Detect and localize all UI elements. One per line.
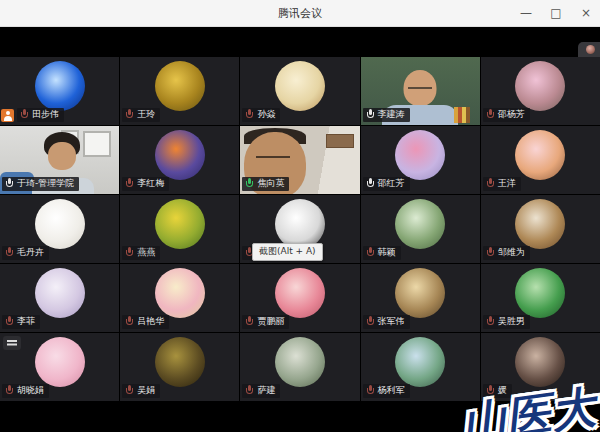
participant-name: 贾鹏丽 (257, 316, 284, 327)
avatar (155, 61, 205, 111)
mic-muted-icon (125, 178, 134, 189)
minimize-icon[interactable]: — (518, 0, 534, 26)
participant-name: 胡晓娟 (17, 385, 44, 396)
participant-tile[interactable]: 杨利军 (361, 333, 480, 401)
participant-tile[interactable]: 张军伟 (361, 264, 480, 332)
close-icon[interactable]: × (578, 0, 594, 26)
tencent-meeting-window: 腾讯会议 — □ × 田步伟 王玲 (0, 0, 600, 432)
mic-muted-icon (125, 247, 134, 258)
overflow-avatar (586, 45, 595, 54)
mic-on-icon (366, 109, 375, 120)
participant-tile[interactable]: 萨建 (240, 333, 359, 401)
participant-tile[interactable]: 毛丹卉 (0, 195, 119, 263)
participant-grid: 田步伟 王玲 孙焱 (0, 57, 600, 401)
avatar (155, 337, 205, 387)
overflow-partial-tile[interactable] (578, 42, 600, 57)
mic-muted-icon (245, 316, 254, 327)
avatar (35, 337, 85, 387)
participant-tile[interactable]: 吴娟 (120, 333, 239, 401)
name-tag: 李建涛 (363, 108, 410, 122)
participant-name: 王玲 (137, 109, 155, 120)
name-tag: 李红梅 (122, 177, 169, 191)
participant-name: 李菲 (17, 316, 35, 327)
avatar (515, 130, 565, 180)
mic-muted-icon (366, 385, 375, 396)
avatar (395, 130, 445, 180)
participant-tile[interactable]: 吴胜男 (481, 264, 600, 332)
screenshot-hotkey-tooltip: 截图(Alt + A) (252, 243, 323, 261)
avatar (275, 61, 325, 111)
participant-tile[interactable]: 吕艳华 (120, 264, 239, 332)
mic-muted-icon (486, 316, 495, 327)
mic-muted-icon (5, 385, 14, 396)
name-tag: 王玲 (122, 108, 160, 122)
maximize-icon[interactable]: □ (548, 0, 564, 26)
mic-muted-icon (125, 316, 134, 327)
name-tag: 胡晓娟 (2, 384, 49, 398)
participant-tile[interactable]: 韩颖 (361, 195, 480, 263)
participant-tile[interactable]: 李菲 (0, 264, 119, 332)
mic-muted-icon (245, 385, 254, 396)
participant-name: 张军伟 (378, 316, 405, 327)
name-tag: 杨利军 (363, 384, 410, 398)
video-person-brow (256, 156, 290, 161)
participant-tile[interactable]: 孙焱 (240, 57, 359, 125)
participant-name: 邹维为 (498, 247, 525, 258)
mic-speaking-icon (245, 178, 254, 189)
window-controls: — □ × (518, 0, 594, 26)
avatar (35, 199, 85, 249)
mic-muted-icon (486, 178, 495, 189)
participant-tile[interactable]: 邵杨芳 (481, 57, 600, 125)
participant-name: 吕艳华 (137, 316, 164, 327)
name-tag: 毛丹卉 (2, 246, 49, 260)
participant-tile[interactable]: 邵红芳 (361, 126, 480, 194)
name-tag: 于琦-管理学院 (2, 177, 79, 191)
participant-name: 田步伟 (32, 109, 59, 120)
video-person-glasses (408, 87, 432, 93)
participant-tile[interactable]: 于琦-管理学院 (0, 126, 119, 194)
participant-name: 韩颖 (378, 247, 396, 258)
avatar (395, 268, 445, 318)
participant-tile[interactable]: 邹维为 (481, 195, 600, 263)
member-badge-icon[interactable] (1, 109, 14, 122)
participant-tile[interactable]: 贾鹏丽 (240, 264, 359, 332)
window-title: 腾讯会议 (278, 6, 322, 21)
avatar (155, 130, 205, 180)
mic-muted-icon (5, 247, 14, 258)
member-list-icon[interactable] (3, 336, 21, 350)
participant-name: 王洋 (498, 178, 516, 189)
participant-name: 李红梅 (137, 178, 164, 189)
avatar (515, 199, 565, 249)
mic-muted-icon (366, 247, 375, 258)
mic-muted-icon (125, 385, 134, 396)
participant-name: 毛丹卉 (17, 247, 44, 258)
video-window (83, 131, 111, 157)
mic-muted-icon (486, 109, 495, 120)
avatar (35, 61, 85, 111)
video-books (454, 107, 470, 123)
name-tag: 邹维为 (483, 246, 530, 260)
name-tag: 邵红芳 (363, 177, 410, 191)
participant-tile[interactable]: 李建涛 (361, 57, 480, 125)
name-tag: 焦向英 (242, 177, 289, 191)
name-tag: 李菲 (2, 315, 40, 329)
avatar (395, 337, 445, 387)
mic-muted-icon (20, 109, 29, 120)
avatar (395, 199, 445, 249)
name-tag: 韩颖 (363, 246, 401, 260)
participant-tile[interactable]: 胡晓娟 (0, 333, 119, 401)
participant-name: 燕燕 (137, 247, 155, 258)
name-tag: 萨建 (242, 384, 280, 398)
participant-tile[interactable]: 王洋 (481, 126, 600, 194)
avatar (275, 337, 325, 387)
participant-tile[interactable]: 燕燕 (120, 195, 239, 263)
avatar (515, 337, 565, 387)
mic-muted-icon (5, 316, 14, 327)
participant-tile[interactable]: 王玲 (120, 57, 239, 125)
participant-tile[interactable]: 田步伟 (0, 57, 119, 125)
name-tag: 吕艳华 (122, 315, 169, 329)
name-tag: 吴娟 (122, 384, 160, 398)
participant-name: 邵红芳 (378, 178, 405, 189)
participant-tile[interactable]: 焦向英 (240, 126, 359, 194)
participant-tile[interactable]: 李红梅 (120, 126, 239, 194)
